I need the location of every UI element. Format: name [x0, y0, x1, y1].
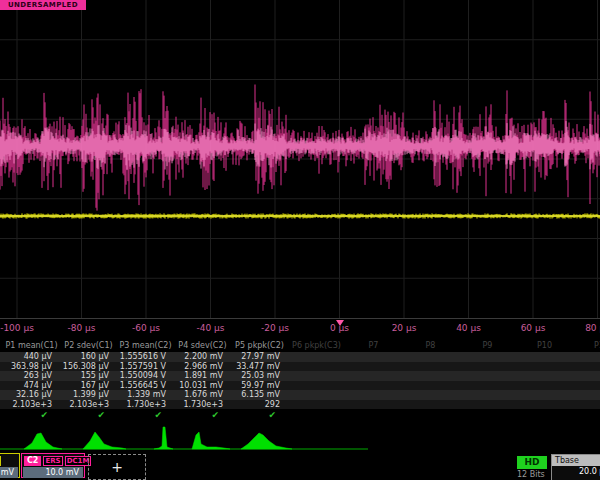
table-row: 363.98 µV156.308 µV1.557591 V2.966 mV33.… [0, 362, 600, 372]
axis-tick-label: -60 µs [132, 323, 160, 333]
measurement-value: 1.676 mV [174, 390, 231, 400]
status-check-icon: ✔ [174, 409, 231, 421]
trigger-position-marker [336, 320, 344, 326]
measurement-value: 440 µV [3, 352, 60, 362]
status-check-icon: ✔ [117, 409, 174, 421]
table-row: 263 µV155 µV1.550094 V1.891 mV25.03 mV [0, 371, 600, 381]
resolution-bits-label: 12 Bits [517, 470, 545, 479]
measurement-value: 263 µV [3, 371, 60, 381]
measurement-value: 292 [231, 400, 288, 410]
status-check-icon: ✔ [231, 409, 288, 421]
axis-tick-label: -80 µs [68, 323, 96, 333]
measurement-histogram-icon [192, 432, 230, 449]
measurement-value: 1.556645 V [117, 381, 174, 391]
measurement-value: 160 µV [60, 352, 117, 362]
axis-tick-label: 20 µs [392, 323, 417, 333]
measurement-value: 10.031 mV [174, 381, 231, 391]
measurement-value: 2.200 mV [174, 352, 231, 362]
status-check-icon: ✔ [3, 409, 60, 421]
measurement-value: 25.03 mV [231, 371, 288, 381]
hd-mode-badge[interactable]: HD [517, 456, 547, 469]
channel-c2-descriptor[interactable]: C2 ERSDC1M 10.0 mV [21, 453, 85, 478]
measurement-histogram-icon [83, 432, 126, 449]
timebase-value: 20.0 µs/div [552, 466, 600, 478]
measurement-value: 1.891 mV [174, 371, 231, 381]
add-trace-button[interactable]: + [88, 454, 146, 480]
axis-tick-label: -40 µs [197, 323, 225, 333]
measurement-header-p11[interactable]: P11 [573, 339, 600, 352]
axis-tick-label: -20 µs [261, 323, 289, 333]
table-row: 32.16 µV1.399 µV1.339 mV1.676 mV6.135 mV [0, 390, 600, 400]
measurement-value: 156.308 µV [60, 362, 117, 372]
measurement-value: 2.103e+3 [3, 400, 60, 410]
time-axis: -100 µs-80 µs-60 µs-40 µs-20 µs0 µs20 µs… [0, 318, 600, 339]
status-row: ✔✔✔✔✔ [0, 409, 600, 421]
measurement-header-p7[interactable]: P7 [345, 339, 402, 352]
measurement-header-p9[interactable]: P9 [459, 339, 516, 352]
measurement-header-p10[interactable]: P10 [516, 339, 573, 352]
axis-tick-label: 40 µs [456, 323, 481, 333]
measurement-header-p3[interactable]: P3 mean(C2) [117, 339, 174, 352]
measurement-header-p8[interactable]: P8 [402, 339, 459, 352]
measurement-table: P1 mean(C1)P2 sdev(C1)P3 mean(C2)P4 sdev… [0, 339, 600, 421]
channel-flag-ers: ERS [43, 456, 62, 466]
measurement-value: 363.98 µV [3, 362, 60, 372]
table-row: 474 µV167 µV1.556645 V10.031 mV59.97 mV [0, 381, 600, 391]
measurement-value: 1.399 µV [60, 390, 117, 400]
undersampled-warning-badge: UNDERSAMPLED [0, 0, 86, 10]
measurement-value: 33.477 mV [231, 362, 288, 372]
oscilloscope-screen: UNDERSAMPLED -100 µs-80 µs-60 µs-40 µs-2… [0, 0, 600, 480]
axis-tick-label: 80 µs [585, 323, 600, 333]
c2-label: C2 [24, 456, 41, 466]
descriptor-bar: C1 DC1M 10.0 mV C2 ERSDC1M 10.0 mV + HD … [0, 453, 600, 480]
table-row: 440 µV160 µV1.555616 V2.200 mV27.97 mV [0, 352, 600, 362]
measurement-value: 32.16 µV [3, 390, 60, 400]
measurement-value: 1.339 mV [117, 390, 174, 400]
measurement-value: 59.97 mV [231, 381, 288, 391]
measurement-header-p2[interactable]: P2 sdev(C1) [60, 339, 117, 352]
timebase-title: Tbase [552, 455, 600, 466]
measurement-value: 155 µV [60, 371, 117, 381]
c2-volts-per-div: 10.0 mV [23, 467, 83, 478]
measurement-value: 27.97 mV [231, 352, 288, 362]
plus-icon: + [111, 459, 123, 475]
channel-c1-descriptor[interactable]: C1 DC1M 10.0 mV [0, 453, 20, 478]
table-row: 2.103e+32.103e+31.730e+31.730e+3292 [0, 400, 600, 410]
measurement-value: 1.550094 V [117, 371, 174, 381]
measurement-value: 1.730e+3 [117, 400, 174, 410]
status-check-icon: ✔ [60, 409, 117, 421]
timebase-descriptor[interactable]: Tbase 20.0 µs/div [551, 454, 600, 480]
waveform-display[interactable] [0, 0, 600, 318]
measurement-value: 474 µV [3, 381, 60, 391]
measurement-header-p1[interactable]: P1 mean(C1) [3, 339, 60, 352]
measurement-value: 1.730e+3 [174, 400, 231, 410]
measurement-histogram-icon [154, 427, 173, 449]
measurement-histogram-strip [0, 421, 600, 453]
measurement-value: 6.135 mV [231, 390, 288, 400]
axis-tick-label: 60 µs [521, 323, 546, 333]
table-header-row: P1 mean(C1)P2 sdev(C1)P3 mean(C2)P4 sdev… [0, 339, 600, 352]
measurement-header-p5[interactable]: P5 pkpk(C2) [231, 339, 288, 352]
measurement-value: 1.557591 V [117, 362, 174, 372]
measurement-value: 2.966 mV [174, 362, 231, 372]
measurement-histogram-icon [241, 433, 292, 449]
measurement-header-p6[interactable]: P6 pkpk(C3) [288, 339, 345, 352]
axis-tick-label: -100 µs [0, 323, 34, 333]
channel-flag-dc1m: DC1M [0, 456, 1, 466]
measurement-value: 2.103e+3 [60, 400, 117, 410]
measurement-value: 167 µV [60, 381, 117, 391]
measurement-value: 1.555616 V [117, 352, 174, 362]
measurement-histogram-icon [24, 433, 62, 449]
measurement-header-p4[interactable]: P4 sdev(C2) [174, 339, 231, 352]
c1-volts-per-div: 10.0 mV [0, 467, 18, 478]
